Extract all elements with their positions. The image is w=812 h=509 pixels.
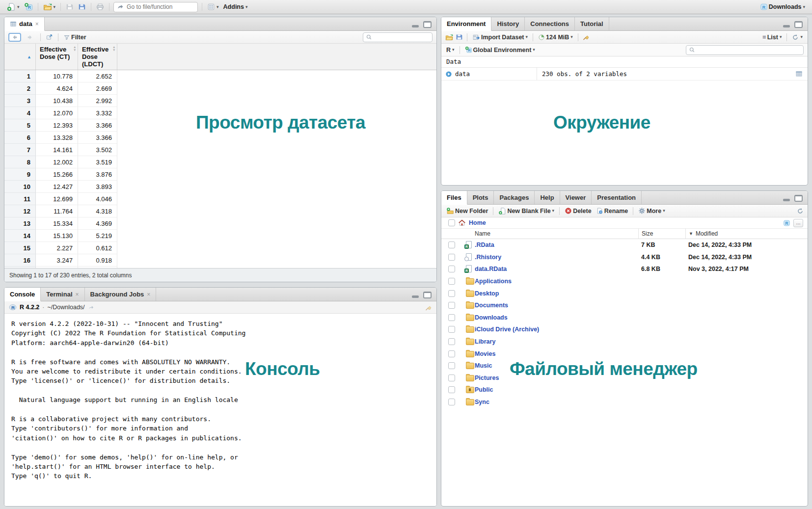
- refresh-button[interactable]: ▾: [791, 33, 804, 41]
- breadcrumb-home-link[interactable]: Home: [469, 219, 486, 226]
- file-checkbox[interactable]: [448, 314, 455, 321]
- file-name-link[interactable]: data.RData: [475, 266, 507, 272]
- environment-object-row[interactable]: data 230 obs. of 2 variables: [441, 68, 808, 80]
- file-checkbox[interactable]: [448, 302, 455, 309]
- file-name-link[interactable]: Desktop: [475, 290, 499, 297]
- file-checkbox[interactable]: [448, 399, 455, 405]
- row-number-header[interactable]: ▲: [4, 44, 36, 70]
- file-checkbox[interactable]: [448, 254, 455, 261]
- maximize-icon[interactable]: [794, 195, 803, 202]
- file-row[interactable]: Movies: [441, 348, 808, 360]
- minimize-icon[interactable]: [783, 23, 790, 28]
- tab-environment[interactable]: Environment: [441, 17, 491, 31]
- forward-button[interactable]: [24, 33, 36, 42]
- tab-data[interactable]: data ×: [4, 17, 45, 31]
- import-dataset-button[interactable]: Import Dataset ▾: [471, 33, 529, 42]
- view-table-icon[interactable]: [795, 70, 803, 78]
- minimize-icon[interactable]: [411, 23, 419, 28]
- new-folder-button[interactable]: New Folder: [445, 207, 489, 215]
- file-name-link[interactable]: Public: [475, 386, 493, 393]
- new-blank-file-button[interactable]: New Blank File ▾: [497, 207, 555, 215]
- new-file-button[interactable]: ▾: [6, 2, 21, 12]
- tab-background-jobs[interactable]: Background Jobs×: [85, 288, 157, 301]
- goto-file-function-box[interactable]: [113, 2, 198, 12]
- file-checkbox[interactable]: [448, 241, 455, 248]
- addins-button[interactable]: Addins▾: [222, 3, 249, 11]
- close-icon[interactable]: ×: [35, 21, 39, 27]
- minimize-icon[interactable]: [411, 293, 419, 298]
- environment-search-input[interactable]: [697, 46, 801, 54]
- file-checkbox[interactable]: [448, 290, 455, 297]
- file-row[interactable]: Downloads: [441, 312, 808, 324]
- tab-tutorial[interactable]: Tutorial: [575, 17, 609, 30]
- more-options-button[interactable]: ...: [793, 219, 803, 227]
- tab-help[interactable]: Help: [535, 191, 560, 204]
- save-all-button[interactable]: [77, 2, 87, 11]
- modified-column-header[interactable]: ▼ Modified: [685, 229, 808, 239]
- scope-selector[interactable]: Global Environment ▾: [464, 46, 536, 54]
- file-row[interactable]: .Rhistory 4.4 KB Dec 14, 2022, 4:33 PM: [441, 251, 808, 264]
- clear-environment-broom-icon[interactable]: [582, 33, 590, 41]
- back-button[interactable]: [8, 33, 21, 42]
- file-row[interactable]: data.RData 6.8 KB Nov 3, 2022, 4:17 PM: [441, 263, 808, 275]
- goto-file-function-input[interactable]: [126, 3, 194, 11]
- file-name-link[interactable]: iCloud Drive (Archive): [475, 326, 539, 333]
- file-name-link[interactable]: Music: [475, 362, 492, 369]
- tab-plots[interactable]: Plots: [467, 191, 494, 204]
- file-name-link[interactable]: Sync: [475, 399, 489, 405]
- file-row[interactable]: Desktop: [441, 287, 808, 299]
- file-checkbox[interactable]: [448, 350, 455, 357]
- file-name-link[interactable]: Library: [475, 338, 495, 345]
- tab-history[interactable]: History: [491, 17, 525, 30]
- print-button[interactable]: [95, 2, 105, 11]
- tab-console[interactable]: Console: [4, 288, 41, 301]
- memory-usage-button[interactable]: 124 MiB ▾: [537, 33, 574, 41]
- file-row[interactable]: Library: [441, 336, 808, 348]
- file-checkbox[interactable]: [448, 278, 455, 285]
- file-name-link[interactable]: Pictures: [475, 375, 499, 381]
- project-selector[interactable]: Downloads ▾: [759, 2, 806, 11]
- open-file-button[interactable]: ▾: [42, 2, 57, 12]
- list-view-button[interactable]: ≡ List ▾: [761, 33, 783, 41]
- maximize-icon[interactable]: [794, 21, 803, 28]
- column-header-ldct[interactable]: Effective Dose (LDCT)▴▾: [78, 44, 117, 70]
- load-workspace-folder-icon[interactable]: [445, 33, 453, 41]
- close-icon[interactable]: ×: [147, 291, 150, 298]
- clear-console-broom-icon[interactable]: [425, 304, 432, 311]
- column-header-ct[interactable]: Effective Dose (CT)▴▾: [36, 44, 78, 70]
- filter-button[interactable]: Filter: [62, 33, 87, 41]
- close-icon[interactable]: ×: [76, 291, 79, 298]
- tab-files[interactable]: Files: [441, 191, 467, 205]
- save-workspace-icon[interactable]: [456, 33, 463, 41]
- file-checkbox[interactable]: [448, 266, 455, 272]
- file-row[interactable]: .RData 7 KB Dec 14, 2022, 4:33 PM: [441, 239, 808, 251]
- file-checkbox[interactable]: [448, 338, 455, 345]
- pane-layout-button[interactable]: ▾: [206, 2, 220, 11]
- maximize-icon[interactable]: [423, 21, 432, 28]
- file-row[interactable]: Sync: [441, 396, 808, 408]
- data-search-input[interactable]: [374, 33, 430, 41]
- name-column-header[interactable]: Name: [475, 230, 638, 237]
- minimize-icon[interactable]: [783, 196, 790, 202]
- file-row[interactable]: Documents: [441, 299, 808, 312]
- tab-packages[interactable]: Packages: [494, 191, 535, 204]
- popout-button[interactable]: [45, 33, 54, 41]
- select-all-checkbox[interactable]: [448, 219, 455, 226]
- console-output[interactable]: R version 4.2.2 (2022-10-31) -- "Innocen…: [4, 314, 436, 506]
- delete-button[interactable]: Delete: [564, 207, 593, 215]
- new-project-button[interactable]: [23, 2, 34, 12]
- file-name-link[interactable]: Downloads: [475, 314, 508, 321]
- file-checkbox[interactable]: [448, 326, 455, 333]
- refresh-icon[interactable]: [797, 208, 804, 214]
- environment-search-box[interactable]: [686, 45, 804, 55]
- tab-presentation[interactable]: Presentation: [592, 191, 642, 204]
- file-row[interactable]: iCloud Drive (Archive): [441, 323, 808, 336]
- rename-button[interactable]: Rename: [595, 207, 629, 215]
- tab-viewer[interactable]: Viewer: [560, 191, 592, 204]
- file-checkbox[interactable]: [448, 375, 455, 381]
- file-name-link[interactable]: Documents: [475, 302, 508, 309]
- data-search-box[interactable]: [363, 32, 433, 42]
- maximize-icon[interactable]: [423, 292, 432, 298]
- more-button[interactable]: More ▾: [637, 207, 666, 215]
- tab-connections[interactable]: Connections: [525, 17, 575, 30]
